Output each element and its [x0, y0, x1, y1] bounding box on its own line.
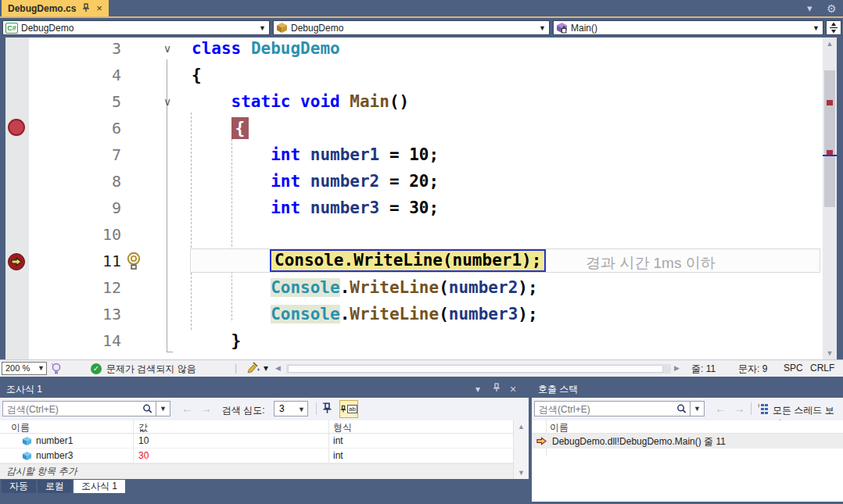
search-options-dropdown[interactable]: ▼ — [691, 401, 705, 416]
class-icon — [276, 22, 288, 34]
code-line[interactable]: } — [192, 327, 241, 354]
space-mode-indicator[interactable]: SPC — [784, 363, 803, 374]
chevron-down-icon: ▼ — [38, 363, 45, 374]
method-icon — [556, 22, 568, 34]
callstack-frame[interactable]: DebugDemo.dll!DebugDemo.Main() 줄 11 — [532, 434, 843, 449]
code-line[interactable]: Console.WriteLine(number2); — [192, 274, 538, 301]
column-header-value[interactable]: 값 — [138, 421, 148, 434]
breakpoint-icon[interactable] — [8, 119, 25, 136]
panel-tab[interactable]: 로컬 — [38, 480, 72, 493]
project-dropdown[interactable]: C# DebugDemo ▼ — [2, 20, 270, 35]
pin-to-source-icon[interactable] — [322, 402, 332, 417]
breakpoint-scroll-mark[interactable] — [827, 100, 833, 105]
code-editor[interactable]: Console.WriteLine(number1); 경과 시간 1ms 이하… — [5, 38, 823, 359]
code-line[interactable]: { — [192, 115, 249, 141]
lightbulb-icon[interactable] — [124, 251, 143, 275]
scroll-up-icon[interactable]: ▲ — [514, 420, 529, 433]
scroll-down-icon[interactable]: ▼ — [823, 347, 837, 359]
panel-tab[interactable]: 자동 — [2, 480, 36, 493]
code-line[interactable]: int number2 = 20; — [192, 168, 439, 195]
callstack-search-input[interactable] — [535, 402, 690, 416]
eol-mode-indicator[interactable]: CRLF — [810, 363, 834, 374]
add-watch-row[interactable]: 감시할 항목 추가 — [0, 463, 513, 479]
perf-tip[interactable]: 경과 시간 1ms 이하 — [586, 253, 716, 273]
callstack-toolbar: ▼ ← → 모든 스레드 보기 — [532, 398, 843, 420]
chevron-down-icon[interactable]: ▾ — [807, 2, 813, 14]
back-arrow-icon[interactable]: ← — [181, 402, 193, 415]
code-line[interactable]: int number1 = 10; — [192, 141, 439, 168]
code-cleanup-icon[interactable] — [246, 362, 260, 377]
editor-horizontal-scrollbar[interactable] — [286, 364, 671, 374]
health-status-text[interactable]: 문제가 검색되지 않음 — [106, 363, 196, 376]
inline-values-toggle[interactable]: ab — [339, 400, 358, 418]
search-depth-dropdown[interactable]: 3 ▼ — [274, 401, 308, 416]
callstack-grid-header: 이름 — [532, 420, 843, 434]
all-threads-icon[interactable] — [757, 403, 769, 418]
watch-value[interactable]: 10 — [138, 435, 149, 446]
code-line[interactable]: int number3 = 30; — [192, 195, 439, 221]
code-line[interactable]: } — [192, 354, 202, 359]
editor-status-bar: 200 % ▼ ✓ 문제가 검색되지 않음 | ▾ ◀ ▶ 줄: 11 문자: … — [0, 359, 843, 377]
watch-row[interactable]: number330int — [0, 449, 513, 463]
column-indicator[interactable]: 문자: 9 — [738, 363, 767, 376]
search-icon[interactable] — [676, 403, 687, 418]
pin-panel-icon[interactable] — [493, 381, 500, 398]
watch-search[interactable] — [2, 401, 156, 416]
line-indicator[interactable]: 줄: 11 — [691, 363, 716, 376]
quick-actions-icon[interactable] — [50, 362, 63, 377]
fold-chevron-icon[interactable]: ∨ — [159, 88, 176, 115]
column-header-name[interactable]: 이름 — [550, 421, 569, 434]
watch-grid-header: 이름 값 형식 — [0, 420, 513, 434]
scrollbar-thumb[interactable] — [824, 70, 835, 207]
scroll-left-icon[interactable]: ◀ — [275, 364, 281, 372]
current-statement-arrow-icon[interactable] — [8, 253, 25, 270]
panel-tab[interactable]: 조사식 1 — [74, 480, 125, 493]
chevron-down-icon: ▼ — [813, 24, 820, 32]
editor-vertical-scrollbar[interactable]: ▲ ▼ — [823, 38, 837, 359]
search-options-dropdown[interactable]: ▼ — [156, 401, 170, 416]
document-tab[interactable]: DebugDemo.cs × — [2, 0, 109, 16]
search-icon[interactable] — [142, 403, 153, 418]
line-number: 9 — [60, 195, 121, 221]
zoom-dropdown[interactable]: 200 % ▼ — [2, 362, 47, 375]
column-header-type[interactable]: 형식 — [333, 421, 352, 434]
code-line[interactable]: class DebugDemo — [192, 38, 340, 62]
watch-scrollbar[interactable]: ▲ ▼ — [513, 420, 529, 479]
forward-arrow-icon[interactable]: → — [734, 402, 745, 415]
line-number: 14 — [60, 327, 121, 354]
back-arrow-icon[interactable]: ← — [715, 402, 726, 415]
code-line[interactable]: static void Main() — [192, 88, 409, 115]
watch-name[interactable]: number3 — [36, 450, 73, 461]
forward-arrow-icon[interactable]: → — [200, 402, 212, 415]
chevron-down-icon[interactable]: ▾ — [475, 381, 480, 398]
scroll-down-icon[interactable]: ▼ — [514, 466, 529, 479]
caret-position-mark[interactable] — [823, 155, 837, 156]
scroll-up-icon[interactable]: ▲ — [823, 38, 837, 50]
pin-tab-icon[interactable] — [82, 3, 90, 14]
scrollbar-thumb[interactable] — [288, 365, 663, 373]
watch-row[interactable]: number110int — [0, 434, 513, 449]
chevron-down-icon[interactable]: ▾ — [264, 363, 268, 374]
close-tab-icon[interactable]: × — [96, 2, 102, 14]
type-dropdown[interactable]: DebugDemo ▼ — [273, 20, 550, 35]
callstack-panel-body: ▼ ← → 모든 스레드 보기 이름 DebugDemo.dll!DebugDe… — [532, 398, 843, 502]
current-statement[interactable]: Console.WriteLine(number1); — [270, 249, 546, 272]
callstack-panel: 호출 스택 ▼ ← → 모든 스레드 보기 이름 — [532, 381, 843, 502]
gear-icon[interactable]: ⚙ — [827, 2, 837, 15]
watch-search-input[interactable] — [3, 402, 156, 416]
project-dropdown-value: DebugDemo — [21, 23, 74, 34]
close-panel-icon[interactable]: × — [510, 381, 516, 398]
split-window-button[interactable] — [826, 20, 841, 35]
breakpoint-gutter[interactable] — [5, 38, 29, 359]
debug-panel-tabs: 자동로컬조사식 1 — [2, 480, 125, 493]
code-line[interactable]: { — [192, 62, 202, 88]
csharp-file-icon: C# — [5, 23, 18, 34]
member-dropdown[interactable]: Main() ▼ — [553, 20, 823, 35]
code-line[interactable]: Console.WriteLine(number3); — [192, 301, 538, 327]
fold-chevron-icon[interactable]: ∨ — [159, 38, 176, 62]
scroll-right-icon[interactable]: ▶ — [674, 364, 680, 372]
watch-name[interactable]: number1 — [36, 435, 73, 446]
callstack-search[interactable] — [534, 401, 691, 416]
watch-value[interactable]: 30 — [138, 450, 149, 461]
column-header-name[interactable]: 이름 — [11, 421, 30, 434]
